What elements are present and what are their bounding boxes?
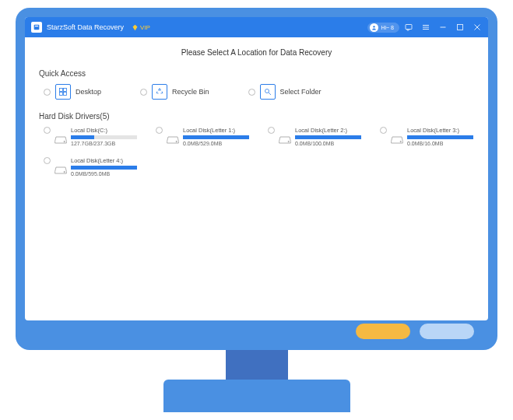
quick-access-label: Quick Access [39, 69, 474, 78]
minimize-icon[interactable] [438, 23, 448, 32]
disk-progress [183, 135, 249, 139]
disk-name: Local Disk(Letter 1:) [183, 127, 249, 134]
svg-point-2 [374, 26, 375, 27]
radio-icon [44, 157, 51, 164]
radio-icon [140, 89, 147, 96]
svg-point-20 [400, 141, 401, 142]
svg-rect-14 [64, 93, 67, 96]
disk-size: 0.0MB/16.0MB [407, 141, 473, 146]
app-logo-icon [31, 22, 42, 33]
disk-size: 0.0MB/595.0MB [71, 171, 137, 177]
disk-2[interactable]: Local Disk(Letter 2:) 0.0MB/100.0MB [268, 127, 361, 146]
drive-icon [167, 134, 179, 143]
feedback-icon[interactable] [404, 23, 413, 32]
disk-size: 127.7GB/237.3GB [71, 141, 137, 146]
svg-point-17 [64, 141, 65, 142]
titlebar: StarzSoft Data Recovery VIP Hi~ 8 [25, 17, 488, 37]
page-heading: Please Select A Location for Data Recove… [39, 48, 474, 57]
disk-progress [71, 166, 137, 170]
qa-folder-label: Select Folder [280, 88, 322, 96]
disk-name: Local Disk(Letter 2:) [295, 127, 361, 134]
svg-rect-8 [458, 25, 463, 30]
radio-icon [268, 127, 275, 134]
qa-recycle-label: Recycle Bin [172, 88, 209, 96]
svg-rect-3 [406, 25, 412, 30]
monitor-button-yellow [356, 324, 410, 339]
disk-name: Local Disk(C:) [71, 127, 137, 134]
radio-icon [380, 127, 387, 134]
close-icon[interactable] [473, 23, 482, 32]
quick-access-row: Desktop Recycle Bin Select Folder [39, 84, 474, 100]
radio-icon [44, 89, 51, 96]
monitor-button-light [420, 324, 474, 339]
content-area: Please Select A Location for Data Recove… [25, 37, 488, 320]
maximize-icon[interactable] [455, 23, 465, 32]
disk-progress [71, 135, 137, 139]
monitor-base [163, 380, 350, 412]
svg-rect-13 [60, 93, 63, 96]
svg-rect-11 [60, 89, 63, 92]
disk-progress [407, 135, 473, 139]
vip-label: VIP [140, 24, 150, 31]
svg-point-21 [64, 171, 65, 172]
disk-c[interactable]: Local Disk(C:) 127.7GB/237.3GB [44, 127, 137, 146]
svg-point-18 [176, 141, 177, 142]
disk-size: 0.0MB/100.0MB [295, 141, 361, 146]
svg-rect-0 [34, 25, 40, 30]
user-label: Hi~ 8 [381, 25, 394, 30]
disk-fill [295, 135, 361, 139]
radio-icon [156, 127, 163, 134]
disk-size: 0.0MB/529.0MB [183, 141, 249, 146]
radio-icon [44, 127, 51, 134]
svg-point-19 [288, 141, 289, 142]
disk-name: Local Disk(Letter 4:) [71, 157, 137, 164]
diamond-icon [132, 24, 139, 31]
monitor-buttons [356, 324, 474, 339]
disk-fill [71, 166, 137, 170]
qa-recycle-bin[interactable]: Recycle Bin [140, 84, 209, 100]
svg-point-15 [265, 89, 269, 93]
folder-search-icon [260, 84, 276, 100]
disk-fill [71, 135, 94, 139]
menu-icon[interactable] [421, 23, 430, 32]
disk-progress [295, 135, 361, 139]
disk-grid: Local Disk(C:) 127.7GB/237.3GB Local Dis… [39, 127, 474, 177]
user-avatar-icon [370, 23, 378, 32]
qa-desktop[interactable]: Desktop [44, 84, 101, 100]
svg-line-16 [269, 93, 271, 95]
disk-name: Local Disk(Letter 3:) [407, 127, 473, 134]
monitor-stand [226, 350, 288, 381]
svg-rect-12 [64, 89, 67, 92]
qa-desktop-label: Desktop [76, 88, 101, 96]
window-controls [404, 23, 482, 32]
desktop-icon [55, 84, 71, 100]
disk-fill [407, 135, 473, 139]
monitor-frame: StarzSoft Data Recovery VIP Hi~ 8 [16, 8, 497, 350]
user-pill[interactable]: Hi~ 8 [367, 23, 399, 33]
disk-4[interactable]: Local Disk(Letter 4:) 0.0MB/595.0MB [44, 157, 137, 177]
hard-disk-label: Hard Disk Drivers(5) [39, 112, 474, 121]
app-window: StarzSoft Data Recovery VIP Hi~ 8 [25, 17, 488, 320]
disk-fill [183, 135, 249, 139]
drive-icon [54, 134, 67, 143]
drive-icon [54, 164, 67, 173]
qa-select-folder[interactable]: Select Folder [248, 84, 322, 100]
drive-icon [279, 134, 291, 143]
svg-rect-1 [35, 26, 38, 26]
vip-badge: VIP [132, 24, 150, 31]
disk-3[interactable]: Local Disk(Letter 3:) 0.0MB/16.0MB [380, 127, 473, 146]
radio-icon [248, 89, 255, 96]
drive-icon [391, 134, 403, 143]
recycle-bin-icon [152, 84, 167, 100]
disk-1[interactable]: Local Disk(Letter 1:) 0.0MB/529.0MB [156, 127, 249, 146]
app-title: StarzSoft Data Recovery [47, 23, 124, 31]
